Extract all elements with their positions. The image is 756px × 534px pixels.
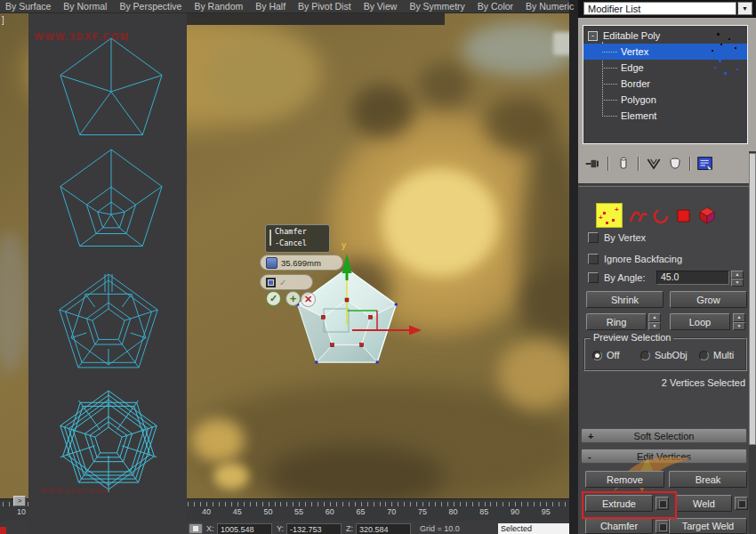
- extrude-button[interactable]: Extrude: [585, 495, 653, 512]
- rollout-expand-icon[interactable]: +: [588, 431, 593, 441]
- timeline-tick: [3, 502, 4, 506]
- border-mode-button[interactable]: [651, 206, 671, 226]
- caddy-ok-button[interactable]: ✓: [266, 291, 281, 306]
- timeline-tick: [410, 502, 411, 506]
- timeline-tick: [244, 502, 245, 506]
- z-coordinate-field[interactable]: 320.584: [356, 523, 411, 534]
- polygon-mode-button[interactable]: [676, 208, 692, 224]
- x-coordinate-field[interactable]: 1005.548: [217, 523, 272, 534]
- gizmo-x-arrowhead: [409, 326, 422, 336]
- transform-typein-toggle-icon[interactable]: [189, 523, 203, 534]
- by-vertex-checkbox[interactable]: [588, 232, 599, 243]
- preview-multi-radio[interactable]: [699, 351, 709, 360]
- grow-button[interactable]: Grow: [670, 291, 747, 308]
- menu-item-by-surface[interactable]: By Surface: [5, 1, 51, 12]
- extrude-settings-button[interactable]: [655, 497, 669, 510]
- show-end-result-icon[interactable]: [613, 154, 634, 174]
- menu-item-by-symmetry[interactable]: By Symmetry: [409, 1, 464, 12]
- timeline-tick: [435, 502, 436, 506]
- timeline-tick: [398, 502, 398, 506]
- menu-item-by-pivot-dist[interactable]: By Pivot Dist: [298, 1, 351, 12]
- preview-multi-label: Multi: [713, 350, 734, 360]
- toolbar-separator: [689, 157, 691, 171]
- preview-subobj-radio[interactable]: [640, 351, 650, 360]
- timeline-tick: [311, 502, 312, 506]
- selection-filter-dropdown[interactable]: Selected: [498, 523, 569, 534]
- menu-item-by-random[interactable]: By Random: [194, 1, 243, 12]
- menu-item-by-half[interactable]: By Half: [255, 1, 286, 12]
- modifier-list-dropdown[interactable]: Modifier List: [583, 2, 736, 15]
- command-panel: Modifier List ▼ - Editable Poly Vertex E…: [578, 0, 756, 534]
- caddy-apply-button[interactable]: +: [286, 291, 301, 306]
- reference-sidebar: WWW.3DXF.COM WWW.3DXF.COM: [28, 13, 187, 534]
- ignore-backfacing-checkbox[interactable]: [588, 254, 599, 264]
- menu-item-by-color[interactable]: By Color: [478, 1, 513, 12]
- shrink-button[interactable]: Shrink: [586, 291, 664, 308]
- element-mode-button[interactable]: [696, 205, 717, 224]
- ring-button[interactable]: Ring: [586, 313, 647, 330]
- preview-off-radio[interactable]: [592, 351, 602, 360]
- grid-size-text: Grid = 10.0: [420, 524, 460, 533]
- loop-button[interactable]: Loop: [670, 313, 730, 330]
- by-angle-field[interactable]: 45.0: [656, 271, 729, 285]
- timeline-tick: [454, 502, 454, 506]
- caddy-open-chamfer-toggle[interactable]: ✓: [260, 274, 313, 290]
- by-angle-spinner[interactable]: ▲▼: [731, 271, 744, 285]
- timeline-label: 65: [352, 507, 370, 516]
- chamfer-settings-button[interactable]: [655, 520, 669, 533]
- preview-subobj-label: SubObj: [655, 350, 688, 360]
- time-slider-marker: [0, 527, 6, 534]
- pin-stack-icon[interactable]: [583, 154, 604, 174]
- ring-spinner[interactable]: ▲▼: [648, 313, 661, 330]
- timeline-tick: [336, 502, 337, 506]
- timeline-tick: [262, 502, 263, 506]
- chamfer-button[interactable]: Chamfer: [585, 518, 653, 534]
- stack-row-editable-poly[interactable]: - Editable Poly: [583, 28, 747, 44]
- by-angle-checkbox[interactable]: [588, 272, 599, 283]
- remove-modifier-icon[interactable]: [664, 154, 686, 174]
- caddy-amount-spinner[interactable]: 35.699mm: [260, 255, 343, 271]
- make-unique-icon[interactable]: [643, 154, 664, 174]
- timeline-label: 80: [445, 507, 462, 516]
- bg-blob: [351, 85, 414, 138]
- modifier-list-dropdown-arrow-icon[interactable]: ▼: [737, 2, 752, 15]
- break-button[interactable]: Break: [669, 471, 747, 488]
- collapse-icon[interactable]: -: [588, 31, 598, 41]
- 3dsmax-window: { "colors": { "selection_blue": "#2160cc…: [0, 0, 756, 534]
- preview-selection-title: Preview Selection: [591, 332, 673, 343]
- menu-item-by-view[interactable]: By View: [364, 1, 398, 12]
- next-frame-button[interactable]: >: [13, 496, 26, 506]
- timeline-tick: [416, 502, 417, 506]
- gizmo-y-arrowhead: [342, 254, 352, 273]
- loop-spinner[interactable]: ▲▼: [733, 313, 745, 330]
- timeline-tick: [330, 502, 331, 506]
- caddy-cancel-button[interactable]: ✕: [301, 292, 316, 307]
- timeline-tick: [429, 502, 430, 506]
- remove-button[interactable]: Remove: [585, 471, 664, 488]
- soft-selection-rollout-header[interactable]: + Soft Selection: [581, 428, 747, 443]
- modifier-list-header: Modifier List ▼: [578, 0, 756, 18]
- y-coordinate-field[interactable]: -132.753: [286, 523, 342, 534]
- timeline-tick: [361, 502, 362, 506]
- by-angle-label: By Angle:: [604, 272, 645, 283]
- panel-scrollbar-thumb[interactable]: [749, 153, 756, 445]
- panel-divider: [569, 0, 578, 534]
- menu-item-by-numeric[interactable]: By Numeric: [526, 1, 574, 12]
- target-weld-button[interactable]: Target Weld: [669, 518, 747, 534]
- weld-settings-button[interactable]: [735, 497, 748, 510]
- configure-modifier-sets-icon[interactable]: [695, 154, 716, 174]
- menu-item-by-perspective[interactable]: By Perspective: [119, 1, 181, 12]
- weld-button[interactable]: Weld: [676, 495, 732, 512]
- tree-line: [602, 84, 617, 85]
- rollout-collapse-icon[interactable]: -: [588, 451, 591, 462]
- menu-item-by-normal[interactable]: By Normal: [63, 1, 107, 12]
- bg-blob: [553, 32, 569, 55]
- timeline-label: 55: [290, 507, 308, 516]
- caddy-amount-value[interactable]: 35.699mm: [281, 258, 321, 268]
- viewport-corner-label: ]: [2, 15, 4, 25]
- panel-scrollbar[interactable]: [749, 151, 756, 534]
- vertex-mode-button[interactable]: + +: [596, 203, 623, 228]
- timeline-tick: [540, 502, 541, 506]
- edge-mode-button[interactable]: [628, 206, 649, 226]
- timeline-label: 45: [229, 507, 246, 516]
